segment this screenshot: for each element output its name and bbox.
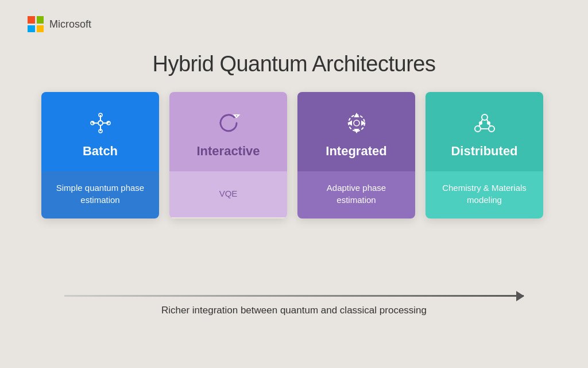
cards-container: Batch Simple quantum phase estimation In…: [41, 92, 547, 218]
arrow-track: [64, 295, 524, 297]
ms-logo-red: [28, 16, 35, 24]
ms-logo-green: [37, 16, 44, 24]
svg-point-18: [482, 114, 488, 120]
ms-logo-blue: [28, 25, 35, 33]
svg-point-19: [475, 126, 481, 132]
card-batch-top: Batch: [41, 92, 159, 171]
page-title: Hybrid Quantum Architectures: [0, 52, 588, 76]
card-batch: Batch Simple quantum phase estimation: [41, 92, 159, 218]
distributed-icon: [470, 108, 500, 138]
batch-icon: [86, 108, 115, 138]
card-interactive-top: Interactive: [169, 92, 287, 171]
ms-logo-grid: [28, 16, 44, 32]
svg-marker-15: [355, 129, 358, 132]
ms-logo-yellow: [37, 25, 44, 33]
integrated-icon: [342, 108, 372, 138]
svg-marker-14: [355, 114, 358, 117]
card-distributed-description: Chemistry & Materials modeling: [425, 171, 543, 218]
svg-point-24: [479, 122, 482, 124]
card-interactive: Interactive VQE: [169, 92, 287, 218]
card-integrated: Integrated Adaptive phase estimation: [297, 92, 415, 218]
svg-point-20: [489, 126, 494, 132]
card-interactive-description: VQE: [169, 171, 287, 217]
arrow-section: Richer integration between quantum and c…: [64, 295, 524, 316]
card-integrated-description: Adaptive phase estimation: [297, 171, 415, 218]
arrow-line: [64, 295, 524, 297]
microsoft-logo: Microsoft: [28, 16, 91, 32]
arrow-label: Richer integration between quantum and c…: [161, 305, 427, 316]
ms-logo-text: Microsoft: [49, 18, 91, 30]
card-integrated-top: Integrated: [297, 92, 415, 171]
card-distributed-top: Distributed: [425, 92, 543, 171]
interactive-icon: [214, 108, 243, 138]
card-distributed-title: Distributed: [451, 144, 517, 159]
svg-point-13: [354, 120, 359, 126]
card-distributed: Distributed Chemistry & Materials modeli…: [425, 92, 543, 218]
svg-point-25: [488, 122, 490, 124]
card-interactive-title: Interactive: [196, 144, 260, 159]
svg-point-0: [98, 121, 103, 125]
card-batch-title: Batch: [83, 144, 118, 159]
card-integrated-title: Integrated: [326, 144, 386, 159]
card-batch-description: Simple quantum phase estimation: [41, 171, 159, 218]
